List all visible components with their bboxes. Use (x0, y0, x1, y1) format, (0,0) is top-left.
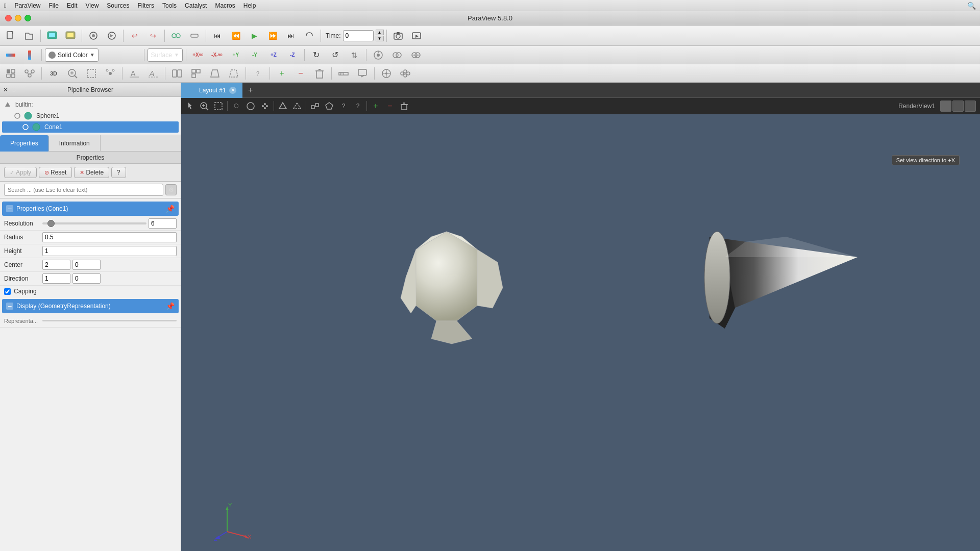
view-split-v-button[interactable] (965, 101, 976, 112)
undo-button[interactable]: ↩ (126, 28, 143, 44)
radius-input[interactable] (42, 232, 177, 242)
camera-link-3[interactable] (407, 47, 425, 63)
menu-edit[interactable]: Edit (67, 2, 78, 9)
vt-remove-button[interactable]: − (383, 99, 397, 113)
point-select-button[interactable] (225, 65, 242, 82)
pipeline-sphere-item[interactable]: Sphere1 (0, 110, 181, 121)
save-state-button[interactable] (62, 28, 79, 44)
record-button[interactable] (408, 28, 425, 44)
minimize-window-button[interactable] (15, 15, 21, 21)
vt-surface-button[interactable]: ⬡ (230, 99, 243, 113)
menu-filters[interactable]: Filters (137, 2, 154, 9)
3d-select-button[interactable]: 3D (45, 65, 62, 82)
vt-delete-button[interactable] (398, 99, 411, 113)
time-up-button[interactable]: ▲ (376, 30, 384, 35)
color-legend-button[interactable] (21, 47, 38, 63)
menu-sources[interactable]: Sources (107, 2, 129, 9)
maximize-window-button[interactable] (24, 15, 31, 21)
new-button[interactable] (2, 28, 19, 44)
direction-x-input[interactable] (42, 273, 70, 284)
menu-macros[interactable]: Macros (215, 2, 235, 9)
screenshot-button[interactable] (389, 28, 407, 44)
label-2-button[interactable]: A (144, 65, 162, 82)
vt-context-help-button[interactable]: ? (351, 99, 364, 113)
load-state-button[interactable] (43, 28, 61, 44)
camera-link-1[interactable] (370, 47, 387, 63)
x-axis-pos-button[interactable]: +X90 (189, 47, 207, 63)
tab-properties[interactable]: Properties (0, 135, 49, 152)
vt-select-surface-button[interactable] (276, 99, 289, 113)
time-input[interactable] (343, 30, 374, 41)
prev-frame-button[interactable]: ⏪ (227, 28, 244, 44)
resolution-input[interactable] (149, 218, 177, 229)
camera-link-2[interactable] (388, 47, 406, 63)
flip-button[interactable]: ⇅ (346, 47, 363, 63)
pipeline-close-button[interactable]: ✕ (3, 86, 8, 93)
select-add-button[interactable]: + (273, 65, 290, 82)
disconnect-button[interactable] (186, 28, 203, 44)
display-section[interactable]: − Display (GeometryRepresentation) 📌 (2, 299, 179, 313)
vt-block-select-button[interactable] (308, 99, 322, 113)
select-cells-on-button[interactable] (83, 65, 100, 82)
resolution-slider-thumb[interactable] (47, 220, 55, 227)
delete-selected-button[interactable] (311, 65, 328, 82)
menu-tools[interactable]: Tools (162, 2, 177, 9)
cone-properties-section[interactable]: − Properties (Cone1) 📌 (2, 202, 179, 216)
properties-button[interactable] (2, 65, 19, 82)
zoom-rubber-button[interactable] (64, 65, 81, 82)
tab-information[interactable]: Information (49, 135, 101, 152)
redo-button[interactable]: ↪ (144, 28, 162, 44)
resolution-slider-track[interactable] (42, 222, 146, 224)
first-frame-button[interactable]: ⏮ (209, 28, 226, 44)
label-button[interactable]: A (126, 65, 143, 82)
frustum-select-button[interactable] (206, 65, 224, 82)
rotate-ccw-button[interactable]: ↺ (327, 47, 344, 63)
height-input[interactable] (42, 246, 177, 256)
view-single-button[interactable] (940, 101, 951, 112)
split-h-button[interactable] (168, 65, 186, 82)
camera-undo-button[interactable] (85, 28, 102, 44)
y-axis-neg-button[interactable]: -Y (246, 47, 263, 63)
connect-button[interactable] (167, 28, 185, 44)
display-pin-icon[interactable]: 📌 (165, 302, 175, 311)
loop-button[interactable] (301, 28, 318, 44)
help-button[interactable]: ? (111, 167, 126, 178)
solid-color-button[interactable]: Solid Color ▼ (45, 48, 99, 62)
play-button[interactable]: ▶ (246, 28, 263, 44)
rotate-cw-button[interactable]: ↻ (308, 47, 325, 63)
canvas-area[interactable]: Y Z X Set view direction to +X (181, 114, 980, 551)
close-window-button[interactable] (5, 15, 12, 21)
view-split-h-button[interactable] (952, 101, 964, 112)
query-select-button[interactable]: ? (249, 65, 266, 82)
vt-add-button[interactable]: + (369, 99, 382, 113)
vt-polygon-select-button[interactable] (323, 99, 336, 113)
reset-button[interactable]: ⊘ Reset (39, 167, 72, 178)
center-x-input[interactable] (42, 260, 70, 270)
origin-button[interactable] (378, 65, 395, 82)
search-input[interactable] (4, 184, 163, 196)
menu-file[interactable]: File (49, 2, 59, 9)
layout-tab-1[interactable]: Layout #1 ✕ (181, 83, 242, 98)
add-layout-button[interactable]: + (244, 84, 257, 96)
color-map-editor-button[interactable] (2, 47, 19, 63)
open-button[interactable] (20, 28, 38, 44)
pipeline-button[interactable] (21, 65, 38, 82)
vt-wireframe-button[interactable] (244, 99, 257, 113)
center-y-input[interactable] (72, 260, 101, 270)
time-down-button[interactable]: ▼ (376, 36, 384, 41)
vt-query-button[interactable]: ? (337, 99, 350, 113)
search-gear-button[interactable]: ⚙ (165, 184, 177, 195)
menu-paraview[interactable]: ParaView (14, 2, 40, 9)
zoom-in-button[interactable] (198, 99, 211, 113)
y-axis-pos-button[interactable]: +Y (227, 47, 244, 63)
pipeline-collapse-button[interactable]: ⊙ (11, 86, 16, 93)
next-frame-button[interactable]: ⏩ (264, 28, 281, 44)
vt-points-button[interactable] (258, 99, 272, 113)
menu-apple[interactable]:  (4, 2, 6, 9)
select-sub-button[interactable]: − (292, 65, 309, 82)
menu-catalyst[interactable]: Catalyst (185, 2, 207, 9)
context-button[interactable] (397, 65, 414, 82)
vt-frustum-surface-button[interactable] (290, 99, 304, 113)
delete-button[interactable]: ✕ Delete (74, 167, 109, 178)
layout-tab-close[interactable]: ✕ (229, 87, 236, 94)
